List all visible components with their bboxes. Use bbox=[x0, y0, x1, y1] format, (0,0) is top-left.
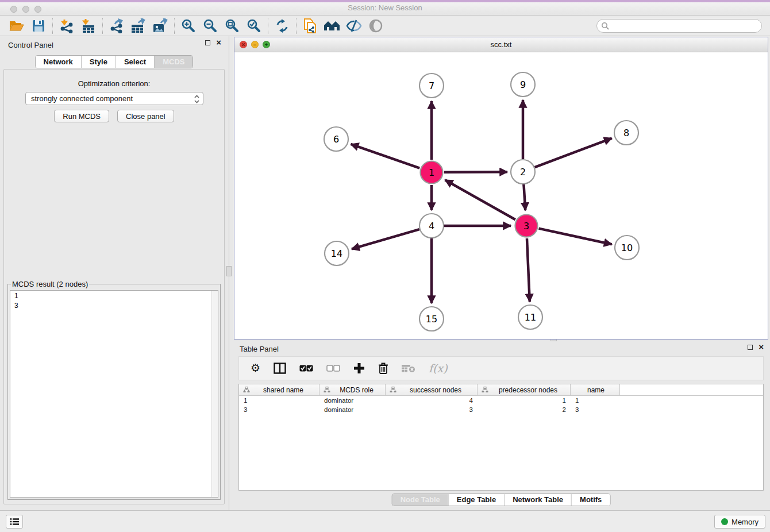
zoom-in-icon[interactable] bbox=[178, 17, 199, 34]
mcds-panel-body: Optimization criterion: strongly connect… bbox=[3, 69, 225, 504]
column-header-label: MCDS role bbox=[330, 386, 383, 394]
column-header-label: name bbox=[575, 386, 617, 394]
toggle-panes-icon[interactable] bbox=[274, 363, 286, 374]
clone-network-icon[interactable] bbox=[299, 17, 321, 34]
graph-edge-3-11[interactable] bbox=[527, 238, 530, 302]
column-header[interactable]: name bbox=[571, 384, 620, 395]
tab-network[interactable]: Network bbox=[36, 56, 81, 68]
open-session-icon[interactable] bbox=[6, 17, 28, 34]
network-maximize-button[interactable]: + bbox=[263, 41, 270, 48]
tab-node-table[interactable]: Node Table bbox=[392, 494, 448, 506]
float-table-panel-icon[interactable] bbox=[748, 345, 753, 350]
tab-motifs[interactable]: Motifs bbox=[571, 494, 610, 506]
export-image-icon[interactable] bbox=[149, 17, 171, 34]
network-minimize-button[interactable]: − bbox=[251, 41, 259, 48]
zoom-fit-icon[interactable] bbox=[221, 17, 243, 34]
table-cell[interactable]: 1 bbox=[478, 396, 571, 405]
select-all-icon[interactable] bbox=[299, 365, 313, 372]
tab-network-table[interactable]: Network Table bbox=[504, 494, 571, 506]
network-window-controls: ✕ − + bbox=[240, 41, 270, 48]
column-header[interactable]: successor nodes bbox=[386, 384, 478, 395]
table-panel-tabs: Node Table Edge Table Network Table Moti… bbox=[392, 494, 611, 506]
zoom-selected-icon[interactable] bbox=[243, 17, 265, 34]
criterion-value: strongly connected component bbox=[31, 94, 133, 103]
criterion-select[interactable]: strongly connected component bbox=[25, 92, 203, 105]
graph-edge-2-8[interactable] bbox=[535, 138, 612, 168]
graph-edges bbox=[351, 100, 611, 303]
search-icon bbox=[601, 22, 609, 30]
table-cell[interactable]: dominator bbox=[319, 405, 386, 414]
window-title: Session: New Session bbox=[0, 3, 770, 12]
graph-node-label: 8 bbox=[623, 128, 629, 138]
result-scrollbar[interactable] bbox=[211, 291, 218, 497]
search-input[interactable] bbox=[596, 19, 762, 33]
save-session-icon[interactable] bbox=[28, 17, 49, 34]
tab-select[interactable]: Select bbox=[116, 56, 154, 68]
table-cell[interactable]: 4 bbox=[386, 396, 478, 405]
tab-edge-table[interactable]: Edge Table bbox=[448, 494, 504, 506]
table-cell[interactable]: 1 bbox=[571, 396, 620, 405]
control-panel-title: Control Panel bbox=[8, 41, 53, 49]
zoom-out-icon[interactable] bbox=[199, 17, 221, 34]
table-settings-icon[interactable]: ⚙ bbox=[251, 363, 260, 374]
export-network-icon[interactable] bbox=[106, 17, 128, 34]
table-cell[interactable]: 3 bbox=[571, 405, 620, 414]
table-cell[interactable]: 2 bbox=[478, 405, 571, 414]
toolbar-separator bbox=[52, 18, 53, 34]
column-header[interactable]: shared name bbox=[239, 384, 319, 395]
graph-node-label: 11 bbox=[525, 312, 536, 323]
graph-edge-1-6[interactable] bbox=[351, 144, 419, 168]
graph-node-label: 10 bbox=[621, 242, 633, 253]
close-table-panel-icon[interactable]: × bbox=[759, 344, 764, 350]
deselect-all-icon[interactable] bbox=[326, 365, 340, 372]
graph-edge-4-14[interactable] bbox=[352, 229, 419, 249]
column-header-label: predecessor nodes bbox=[488, 386, 568, 394]
network-close-button[interactable]: ✕ bbox=[240, 41, 247, 48]
graph-edge-1-2[interactable] bbox=[444, 172, 507, 172]
task-history-button[interactable] bbox=[6, 515, 23, 529]
close-panel-button[interactable]: Close panel bbox=[117, 110, 174, 122]
delete-table-icon[interactable] bbox=[402, 364, 415, 373]
table-cell[interactable]: 1 bbox=[239, 396, 319, 405]
table-cell[interactable]: 3 bbox=[386, 405, 478, 414]
delete-column-icon[interactable] bbox=[378, 363, 388, 375]
column-header[interactable]: predecessor nodes bbox=[478, 384, 571, 395]
toolbar-separator bbox=[102, 18, 103, 34]
home-view-icon[interactable] bbox=[321, 17, 343, 34]
control-panel: Control Panel × Network Style Select MCD… bbox=[0, 36, 228, 506]
graph-node-label: 7 bbox=[429, 80, 434, 91]
float-panel-icon[interactable] bbox=[205, 40, 210, 45]
graph-edge-3-10[interactable] bbox=[538, 229, 611, 245]
close-panel-icon[interactable]: × bbox=[216, 40, 221, 45]
table-row[interactable]: 3dominator323 bbox=[239, 405, 763, 414]
graph-node-label: 1 bbox=[429, 167, 434, 178]
network-graph[interactable]: 7968124314101511 bbox=[234, 53, 768, 339]
table-panel: Table Panel × ⚙ bbox=[234, 342, 768, 510]
toolbar-separator bbox=[296, 18, 297, 34]
table-row[interactable]: 1dominator411 bbox=[239, 396, 763, 405]
graph-node-label: 15 bbox=[426, 314, 437, 325]
table-cell[interactable]: 3 bbox=[239, 405, 319, 414]
run-mcds-button[interactable]: Run MCDS bbox=[54, 110, 109, 122]
graph-edge-2-3[interactable] bbox=[523, 184, 525, 210]
node-table[interactable]: shared nameMCDS rolesuccessor nodesprede… bbox=[238, 384, 764, 491]
memory-status-icon bbox=[721, 518, 728, 525]
graph-edge-3-1[interactable] bbox=[445, 180, 515, 219]
show-graphics-icon[interactable] bbox=[365, 17, 387, 34]
add-column-icon[interactable] bbox=[353, 363, 365, 374]
column-header[interactable]: MCDS role bbox=[319, 384, 386, 395]
toolbar-separator bbox=[174, 18, 175, 34]
import-table-icon[interactable] bbox=[78, 17, 99, 34]
apply-function-icon[interactable]: f(x) bbox=[429, 362, 448, 375]
hide-style-icon[interactable] bbox=[343, 17, 365, 34]
memory-button[interactable]: Memory bbox=[714, 515, 765, 529]
refresh-view-icon[interactable] bbox=[271, 17, 293, 34]
graph-node-label: 9 bbox=[520, 79, 526, 90]
import-network-icon[interactable] bbox=[56, 17, 78, 34]
panel-divider-handle[interactable] bbox=[226, 266, 232, 276]
table-cell[interactable]: dominator bbox=[319, 396, 386, 405]
network-window-titlebar[interactable]: ✕ − + scc.txt bbox=[234, 37, 768, 52]
export-table-icon[interactable] bbox=[128, 17, 149, 34]
tab-style[interactable]: Style bbox=[81, 56, 116, 68]
tab-mcds[interactable]: MCDS bbox=[154, 56, 192, 68]
